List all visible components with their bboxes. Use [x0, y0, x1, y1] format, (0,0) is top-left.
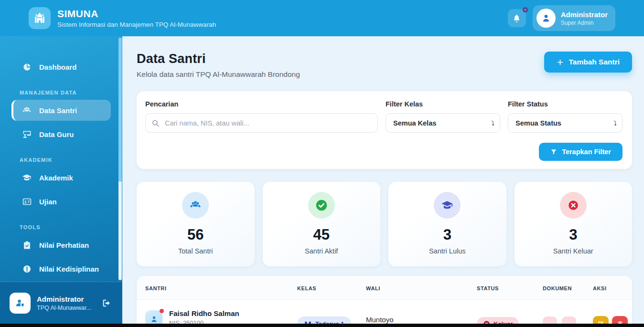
sidebar-item-data-santri[interactable]: Data Santri	[11, 100, 111, 121]
user-icon	[541, 13, 551, 23]
stats-row: 56 Total Santri 45 Santri Aktif 3 Santri…	[137, 182, 632, 266]
mosque-icon	[33, 12, 46, 24]
stat-value: 3	[519, 226, 628, 243]
apply-filter-button[interactable]: Terapkan Filter	[539, 143, 623, 161]
column-header-aksi: AKSI	[593, 276, 632, 299]
filter-status-select[interactable]: Semua Status	[508, 113, 623, 133]
chalkboard-teacher-icon	[22, 129, 32, 139]
app-subtitle: Sistem Informasi dan Manajemen TPQ Al-Mu…	[57, 21, 216, 28]
chart-pie-icon	[22, 62, 32, 72]
column-header-wali: WALI	[366, 276, 477, 299]
filter-kelas-label: Filter Kelas	[386, 100, 500, 108]
stat-card-santri-aktif: 45 Santri Aktif	[263, 182, 381, 266]
users-icon	[22, 105, 32, 115]
notifications-button[interactable]	[508, 9, 526, 27]
app-logo	[29, 7, 51, 29]
graduation-cap-icon	[22, 173, 32, 182]
circle-exclamation-icon	[22, 264, 32, 274]
sidebar-item-nilai-kedisiplinan[interactable]: Nilai Kedisiplinan	[11, 258, 111, 279]
column-header-kelas: KELAS	[297, 276, 366, 299]
stat-label: Santri Lulus	[393, 247, 502, 255]
stat-card-santri-keluar: 3 Santri Keluar	[515, 182, 633, 266]
sidebar-item-label: Akademik	[39, 174, 73, 182]
stat-card-santri-lulus: 3 Santri Lulus	[388, 182, 506, 266]
sidebar-item-akademik[interactable]: Akademik	[11, 167, 111, 188]
column-header-santri: SANTRI	[137, 276, 297, 299]
check-circle-icon	[308, 192, 335, 219]
sidebar: Dashboard MANAJEMEN DATA Data Santri Dat…	[0, 36, 122, 327]
stat-card-total-santri: 56 Total Santri	[137, 182, 255, 266]
santri-table: SANTRI KELAS WALI STATUS DOKUMEN AKSI Fa…	[137, 276, 632, 327]
bell-icon	[512, 14, 521, 23]
page-subtitle: Kelola data santri TPQ Al-Munawwarah Bro…	[137, 70, 300, 79]
table-header: SANTRI KELAS WALI STATUS DOKUMEN AKSI	[137, 276, 632, 300]
stat-label: Total Santri	[141, 247, 250, 255]
sidebar-item-label: Dashboard	[39, 63, 76, 71]
sidebar-section-akademik: AKADEMIK	[20, 157, 111, 163]
id-card-icon	[22, 197, 32, 206]
sidebar-item-label: Ujian	[39, 198, 57, 206]
sidebar-item-label: Nilai Perhatian	[39, 241, 89, 249]
sidebar-item-label: Nilai Kedisiplinan	[39, 265, 99, 273]
stat-label: Santri Keluar	[519, 247, 628, 255]
sidebar-section-manajemen-data: MANAJEMEN DATA	[20, 90, 111, 95]
user-profile-menu[interactable]: Administrator Super Admin	[533, 5, 615, 31]
sidebar-scrollbar-thumb[interactable]	[118, 38, 122, 182]
clipboard-check-icon	[22, 240, 32, 250]
notification-badge	[523, 7, 528, 12]
stat-value: 56	[141, 226, 250, 243]
user-icon	[150, 315, 159, 324]
wali-name: Muntoyo	[366, 316, 477, 324]
graduation-cap-icon	[434, 192, 461, 219]
filter-card: Pencarian Filter Kelas Semua Kelas ⤵ Fil…	[137, 91, 632, 169]
header-user-role: Super Admin	[561, 20, 608, 26]
column-header-status: STATUS	[477, 276, 543, 299]
search-input[interactable]	[145, 113, 378, 133]
stat-value: 3	[393, 226, 502, 243]
logout-button[interactable]	[101, 297, 113, 309]
search-icon	[151, 119, 160, 127]
stat-value: 45	[268, 226, 376, 243]
app-name: SIMUNA	[57, 8, 216, 20]
sidebar-section-tools: TOOLS	[20, 224, 111, 230]
x-circle-icon	[560, 192, 587, 219]
avatar	[537, 9, 556, 28]
sidebar-nav: Dashboard MANAJEMEN DATA Data Santri Dat…	[0, 36, 122, 282]
plus-icon	[557, 59, 564, 66]
funnel-icon	[550, 148, 557, 155]
sidebar-item-label: Data Guru	[39, 130, 74, 138]
header-user-name: Administrator	[561, 11, 608, 19]
sidebar-profile-org: TPQ Al-Munawwar...	[37, 305, 91, 311]
window-bottom-edge	[0, 324, 644, 327]
santri-name: Faisal Ridho Salman	[169, 309, 239, 317]
sidebar-profile-card: Administrator TPQ Al-Munawwar...	[0, 282, 122, 324]
add-santri-label: Tambah Santri	[569, 58, 620, 66]
status-dot	[160, 309, 164, 313]
apply-filter-label: Terapkan Filter	[562, 148, 611, 156]
sign-out-icon	[101, 298, 113, 308]
app-header: SIMUNA Sistem Informasi dan Manajemen TP…	[0, 0, 644, 36]
sidebar-item-ujian[interactable]: Ujian	[11, 191, 111, 212]
users-icon	[182, 192, 209, 219]
add-santri-button[interactable]: Tambah Santri	[544, 52, 632, 73]
filter-status-label: Filter Status	[508, 100, 623, 108]
stat-label: Santri Aktif	[268, 247, 376, 255]
page-title: Data Santri	[137, 52, 300, 66]
sidebar-item-data-guru[interactable]: Data Guru	[11, 124, 111, 145]
filter-kelas-select[interactable]: Semua Kelas	[386, 113, 500, 133]
column-header-dokumen: DOKUMEN	[543, 276, 593, 299]
user-shield-icon	[14, 297, 26, 309]
sidebar-item-dashboard[interactable]: Dashboard	[11, 56, 111, 77]
sidebar-item-nilai-perhatian[interactable]: Nilai Perhatian	[11, 234, 111, 255]
main-content: Data Santri Kelola data santri TPQ Al-Mu…	[122, 36, 644, 327]
sidebar-profile-name: Administrator	[37, 295, 91, 303]
profile-icon-box	[10, 293, 31, 314]
search-label: Pencarian	[145, 100, 378, 108]
sidebar-item-label: Data Santri	[39, 106, 77, 115]
sidebar-scrollbar[interactable]	[118, 38, 122, 280]
table-row: Faisal Ridho Salman NIS: 250100 Lihat de…	[137, 300, 632, 327]
